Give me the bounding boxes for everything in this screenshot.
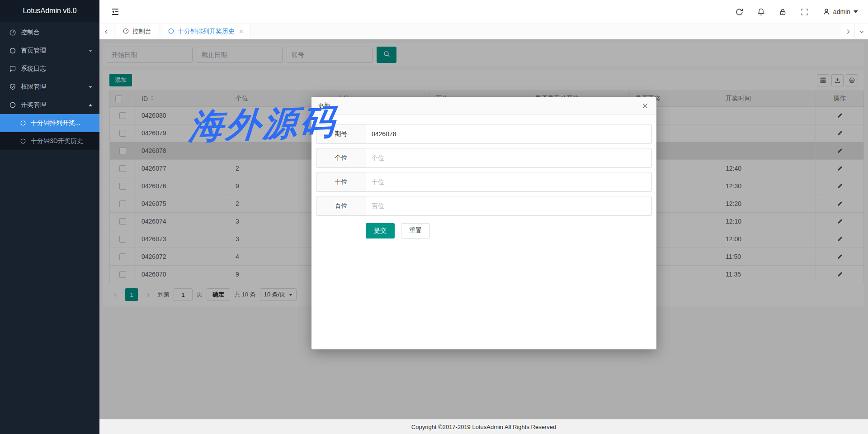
sidebar-item-label: 控制台: [21, 29, 92, 37]
field-label: 期号: [316, 124, 366, 143]
sidebar-subitem-ten-min-3d[interactable]: 十分钟3D开奖历史: [0, 132, 99, 150]
lock-icon[interactable]: [778, 7, 788, 17]
modal-body: 期号 个位 十位 百位 提交 重置: [311, 115, 656, 238]
bell-icon[interactable]: [756, 7, 766, 17]
sidebar-item-label: 系统日志: [21, 65, 92, 73]
message-icon: [9, 65, 16, 72]
sidebar-menu: 控制台 首页管理 系统日志 权限管理 开奖管理: [0, 22, 99, 150]
sidebar: LotusAdmin v6.0 控制台 首页管理 系统日志 权限管理: [0, 0, 99, 434]
gauge-icon: [123, 28, 129, 36]
topbar-actions: admin: [735, 7, 858, 17]
shiwei-input[interactable]: [366, 172, 651, 191]
sidebar-item-home-manage[interactable]: 首页管理: [0, 42, 99, 60]
field-baiwei: 百位: [316, 196, 652, 216]
tab-label: 十分钟排列开奖历史: [178, 28, 235, 36]
sidebar-item-label: 权限管理: [21, 83, 89, 91]
tab-dashboard[interactable]: 控制台: [116, 24, 158, 39]
fullscreen-icon[interactable]: [800, 7, 810, 17]
modal-buttons: 提交 重置: [366, 223, 652, 238]
copyright-text: Copyright ©2017-2019 LotusAdmin All Righ…: [411, 424, 556, 430]
update-modal: 更新 期号 个位 十位 百位 提交 重置: [311, 97, 656, 349]
field-shiwei: 十位: [316, 172, 652, 192]
app-logo: LotusAdmin v6.0: [0, 0, 99, 22]
field-gewei: 个位: [316, 148, 652, 168]
field-label: 百位: [316, 196, 366, 215]
footer: Copyright ©2017-2019 LotusAdmin All Righ…: [99, 419, 868, 434]
circle-icon: [20, 120, 26, 126]
modal-header: 更新: [311, 97, 656, 115]
circle-icon: [20, 138, 26, 144]
tab-bar: 控制台 十分钟排列开奖历史: [99, 24, 868, 39]
user-icon: [821, 7, 831, 17]
shield-check-icon: [9, 83, 16, 91]
tabs-scroll-left-button[interactable]: [99, 24, 113, 39]
sidebar-item-system-log[interactable]: 系统日志: [0, 60, 99, 78]
circle-icon: [9, 101, 16, 109]
sidebar-toggle-icon[interactable]: [109, 6, 121, 18]
chevron-down-icon: [89, 86, 92, 88]
submit-button[interactable]: 提交: [366, 223, 395, 238]
sidebar-item-label: 开奖管理: [21, 101, 89, 109]
gewei-input[interactable]: [366, 148, 651, 167]
sidebar-subitem-label: 十分钟3D开奖历史: [31, 137, 83, 145]
user-menu[interactable]: admin: [821, 7, 858, 17]
tabs-menu-button[interactable]: [854, 24, 868, 39]
issue-number-input[interactable]: [366, 124, 651, 143]
field-issue-number: 期号: [316, 124, 652, 144]
field-label: 十位: [316, 172, 366, 191]
close-icon[interactable]: [640, 101, 650, 111]
sidebar-subitem-ten-min-pailie[interactable]: 十分钟排列开奖...: [0, 114, 99, 132]
reset-button[interactable]: 重置: [401, 223, 430, 238]
tab-ten-min-pailie-history[interactable]: 十分钟排列开奖历史: [161, 24, 250, 39]
username-label: admin: [833, 8, 850, 15]
tabs-scroll-right-button[interactable]: [841, 24, 854, 39]
tabbar-spacer: [250, 24, 841, 39]
sidebar-item-draw-manage[interactable]: 开奖管理: [0, 96, 99, 114]
sidebar-item-label: 首页管理: [21, 47, 89, 55]
sidebar-item-dashboard[interactable]: 控制台: [0, 24, 99, 42]
gauge-icon: [9, 29, 16, 36]
sidebar-subitem-label: 十分钟排列开奖...: [31, 119, 80, 127]
field-label: 个位: [316, 148, 366, 167]
circle-icon: [9, 47, 16, 54]
sidebar-item-permission-manage[interactable]: 权限管理: [0, 78, 99, 96]
refresh-icon[interactable]: [735, 7, 745, 17]
chevron-down-icon: [89, 50, 92, 52]
baiwei-input[interactable]: [366, 196, 651, 215]
tab-close-icon[interactable]: [239, 29, 244, 34]
modal-title: 更新: [318, 102, 330, 110]
tab-label: 控制台: [132, 28, 151, 36]
chevron-down-icon: [854, 10, 858, 13]
top-header: admin: [99, 0, 868, 24]
chevron-up-icon: [89, 104, 92, 106]
circle-icon: [168, 28, 175, 36]
sidebar-submenu: 十分钟排列开奖... 十分钟3D开奖历史: [0, 114, 99, 150]
